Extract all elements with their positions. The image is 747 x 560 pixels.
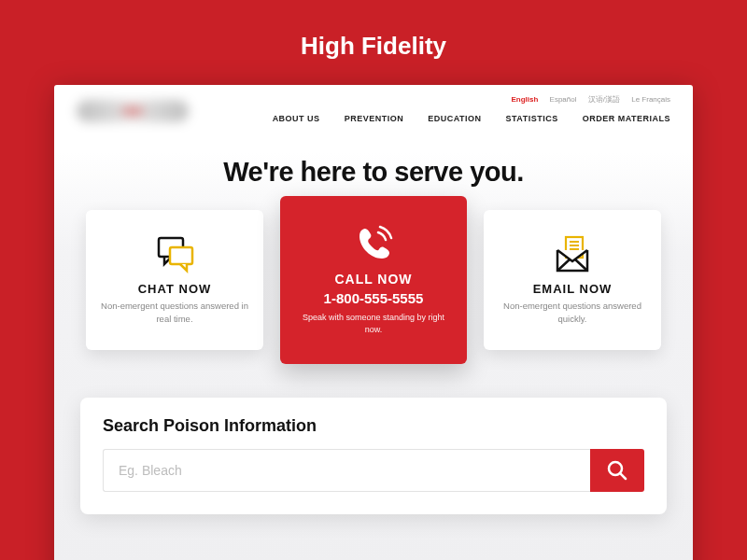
nav-prevention[interactable]: PREVENTION xyxy=(345,114,404,123)
search-heading: Search Poison Information xyxy=(103,416,644,436)
email-sub: Non-emergent questions answered quickly. xyxy=(499,300,646,325)
action-cards: CHAT NOW Non-emergent questions answered… xyxy=(54,210,693,364)
search-panel: Search Poison Information xyxy=(80,398,667,514)
search-input[interactable] xyxy=(103,449,590,492)
lang-chinese[interactable]: 汉语/漢語 xyxy=(588,95,620,104)
svg-rect-1 xyxy=(170,247,192,264)
hero-title: We're here to serve you. xyxy=(54,157,693,188)
call-phone: 1-800-555-5555 xyxy=(324,290,424,306)
lang-espanol[interactable]: Español xyxy=(550,95,577,104)
call-card[interactable]: CALL NOW 1-800-555-5555 Speak with someo… xyxy=(280,196,467,364)
chat-card[interactable]: CHAT NOW Non-emergent questions answered… xyxy=(86,210,263,350)
phone-icon xyxy=(352,225,395,264)
chat-title: CHAT NOW xyxy=(138,282,212,296)
search-button[interactable] xyxy=(590,449,644,492)
email-title: EMAIL NOW xyxy=(533,282,613,296)
call-title: CALL NOW xyxy=(334,272,412,287)
lang-english[interactable]: English xyxy=(511,95,538,104)
nav-about-us[interactable]: ABOUT US xyxy=(273,114,320,123)
main-nav: ABOUT US PREVENTION EDUCATION STATISTICS… xyxy=(273,114,670,123)
nav-statistics[interactable]: STATISTICS xyxy=(505,114,557,123)
search-icon xyxy=(606,459,628,482)
site-mockup: English Español 汉语/漢語 Le Français ABOUT … xyxy=(54,85,693,560)
page-heading: High Fidelity xyxy=(0,0,747,85)
lang-francais[interactable]: Le Français xyxy=(631,95,670,104)
logo-blurred xyxy=(77,100,189,122)
nav-education[interactable]: EDUCATION xyxy=(428,114,481,123)
chat-icon xyxy=(153,235,196,274)
email-card[interactable]: EMAIL NOW Non-emergent questions answere… xyxy=(484,210,661,350)
call-sub: Speak with someone standing by right now… xyxy=(295,312,452,335)
email-icon xyxy=(551,235,594,274)
nav-order-materials[interactable]: ORDER MATERIALS xyxy=(583,114,670,123)
topbar: English Español 汉语/漢語 Le Français ABOUT … xyxy=(54,85,693,129)
chat-sub: Non-emergent questions answered in real … xyxy=(101,300,248,325)
svg-line-7 xyxy=(620,473,626,479)
language-bar: English Español 汉语/漢語 Le Français xyxy=(273,94,670,105)
